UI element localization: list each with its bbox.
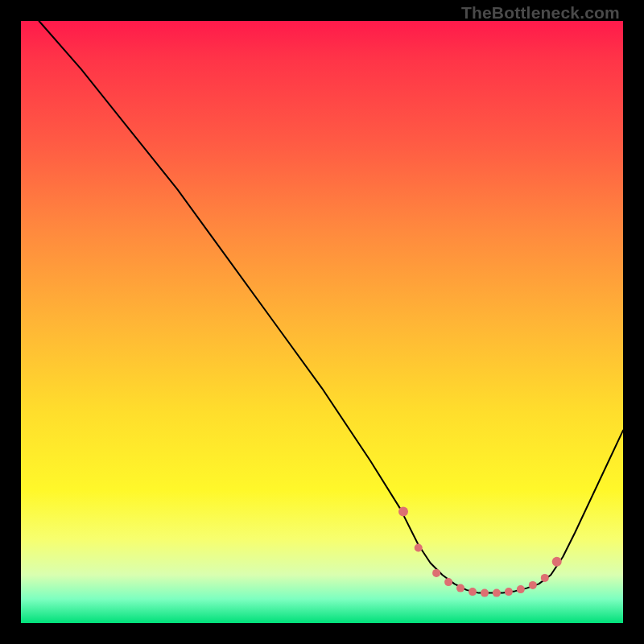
highlight-dot xyxy=(456,584,464,592)
highlight-dot xyxy=(552,557,562,567)
highlight-dot xyxy=(444,578,452,586)
highlight-dot xyxy=(398,507,408,517)
watermark-text: TheBottleneck.com xyxy=(461,3,620,23)
highlight-dot xyxy=(432,569,440,577)
bottleneck-curve xyxy=(39,21,623,593)
highlight-dot xyxy=(415,544,423,552)
chart-svg xyxy=(21,21,623,623)
highlight-dot xyxy=(481,589,489,597)
chart-plot-area xyxy=(21,21,623,623)
highlight-dot xyxy=(529,581,537,589)
highlight-dot xyxy=(469,588,477,596)
highlight-dot xyxy=(493,589,501,597)
highlight-dot xyxy=(541,574,549,582)
highlight-dot xyxy=(517,585,525,593)
highlight-dot xyxy=(505,588,513,596)
